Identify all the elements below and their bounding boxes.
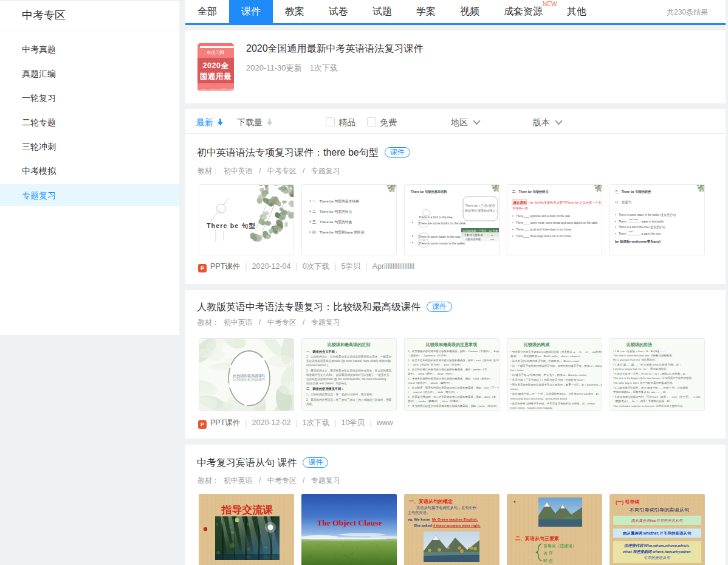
svg-text:比较级和最高级的区别: 比较级和最高级的区别 (328, 342, 371, 347)
svg-text:eg. We know: eg. We know (408, 518, 430, 521)
svg-text:（某地/某时:有某物或某人）: （某地/某时:有某物或某人） (462, 209, 498, 213)
svg-text:isn't: isn't (629, 230, 634, 233)
svg-text:容词或副词前加(most (如 the most beaut: 容词或副词前加(most (如 the most beautiful, the … (306, 377, 386, 381)
svg-text:round（圆形的）、plastic（塑料的）。: round（圆形的）、plastic（塑料的）。 (408, 381, 454, 384)
svg-text:时 态: 时 态 (543, 558, 553, 563)
svg-text:比较级的用法: 比较级的用法 (627, 342, 652, 347)
svg-text:1、比较级的使用情况：将二者进行比较时，用比较级。: 1、比较级的使用情况：将二者进行比较时，用比较级。 (306, 392, 375, 397)
svg-text:•1、否定句: •1、否定句 (615, 200, 631, 204)
svg-text:more slowly、happily-more happi: more slowly、happily-more happily。 (510, 406, 554, 409)
svg-text:美的）、blind（瞎的）、dead（死的）。: 美的）、blind（瞎的）、dead（死的）。 (408, 372, 457, 375)
svg-text:be动词是某一个形式: be动词是某一个形式 (463, 229, 487, 232)
svg-text:宾语从句属于名词性从句，在句中作: 宾语从句属于名词性从句，在句中作 (416, 505, 476, 510)
svg-text:There____ three dogs and a cat: There____ three dogs and a cat in our ho… (516, 235, 572, 238)
svg-text:二、宾语从句三要素: 二、宾语从句三要素 (515, 535, 559, 541)
svg-text:四、There be 句型和have 的区别: 四、There be 句型和have 的区别 (312, 230, 365, 235)
svg-text:(一) 引导词: (一) 引导词 (616, 499, 640, 505)
svg-text:引导的宾语从句: 引导的宾语从句 (644, 555, 670, 560)
svg-text:由从属连词 whether, if 引导的宾语从句: 由从属连词 whether, if 引导的宾语从句 (623, 531, 691, 536)
svg-text:语 序: 语 序 (543, 551, 553, 556)
svg-text:There____ a picture and a cloc: There____ a picture and a clock on the w… (516, 215, 571, 218)
svg-text:Mr Green teaches English.: Mr Green teaches English. (432, 518, 478, 521)
svg-text:• 部分形容词和副词的比较级变化是不规则的，需逐一记忆。如：: • 部分形容词和副词的比较级变化是不规则的，需逐一记忆。如：good/well—… (510, 383, 602, 386)
svg-text:二、There be 句型的特点: 二、There be 句型的特点 (312, 209, 352, 214)
svg-text:形容词或副词原级后加more (如 more natural: 形容词或副词原级后加more (如 more natural, more cle… (306, 359, 391, 363)
svg-text:There____ a cat and three dogs: There____ a cat and three dogs in our ho… (516, 228, 572, 231)
svg-text:级有两种变化方式the、 副词最高级前加the(可以省略)，: 级有两种变化方式the、 副词最高级前加the(可以省略)，一般是在形 (306, 373, 390, 377)
svg-text:比较级和最高级的注意事项: 比较级和最高级的注意事项 (426, 342, 477, 347)
svg-text:二、两者的使用情况不同：: 二、两者的使用情况不同： (306, 387, 344, 391)
svg-text:要加定冠词the，后面常接of the two……，如：: 要加定冠词the，后面常接of the two……，如： (613, 390, 668, 393)
svg-text:指导交流课: 指导交流课 (221, 504, 273, 516)
svg-text:She asked: She asked (414, 524, 432, 527)
svg-text:二、There be 句型的特点: 二、There be 句型的特点 (512, 190, 549, 194)
svg-text:There is some money in the wal: There is some money in the wallet. (419, 241, 465, 245)
svg-text:er)never,sooner )。: er)never,sooner )。 (306, 364, 331, 367)
svg-text:一、宾语从句的概念: 一、宾语从句的概念 (409, 498, 453, 504)
svg-text:单数/不可数名词: 单数/不可数名词 (464, 234, 482, 237)
svg-text:三、There be 句型的转换: 三、There be 句型的转换 (615, 190, 651, 194)
svg-text:There be +主语+状语: There be +主语+状语 (465, 204, 495, 208)
svg-text:There is some water in the cup: There is some water in the cup. (419, 235, 461, 238)
svg-text:There _________ a cat in the t: There _________ a cat in the tree. (619, 232, 662, 235)
svg-text:isn't any: isn't any (629, 218, 638, 221)
svg-text:2、最高级的含义：最高级是由形容词或副词转化而来，形容词的最: 2、最高级的含义：最高级是由形容词或副词转化而来，形容词的最高 (306, 369, 392, 373)
svg-text:由从属连词that引导的宾语从句: 由从属连词that引导的宾语从句 (631, 518, 683, 522)
svg-text:可数名词复数: 可数名词复数 (465, 238, 481, 241)
svg-text:）、west（西边的, 西方的）、past（过去的）。: ）、west（西边的, 西方的）、past（过去的）。 (408, 363, 465, 366)
svg-text:不同引导词引导的宾语从句: 不同引导词引导的宾语从句 (629, 507, 689, 513)
svg-text:There _________ water in the b: There _________ water in the bottle. (619, 220, 664, 223)
svg-text:hot—hotter: hot—hotter (510, 369, 524, 372)
svg-text:if these answers were right.: if these answers were right. (433, 524, 481, 527)
svg-text:三、There be 句型的转换: 三、There be 句型的转换 (312, 220, 352, 224)
svg-text:be 变是: be 变是 (489, 229, 498, 232)
svg-text:• 多音节词（三音节词以上）和部分双音节词，在词前加“mor: • 多音节词（三音节词以上）和部分双音节词，在词前加“more”。 (510, 378, 586, 381)
svg-text:There be 句型: There be 句型 (207, 222, 256, 229)
svg-text:There____ some meat, some brea: There____ some meat, some bread and some… (516, 221, 599, 224)
svg-text:由连接代词 Who,whom,whose,which,: 由连接代词 Who,whom,whose,which, (624, 543, 690, 548)
svg-text:引导词（连接词）: 引导词（连接词） (543, 544, 576, 549)
svg-text:The Object Clause: The Object Clause (317, 518, 382, 527)
svg-text:主句的宾语。: 主句的宾语。 (407, 510, 430, 515)
svg-text:一、There be 句型的基本结构: 一、There be 句型的基本结构 (312, 199, 359, 204)
svg-text:一、两者的含义不同：: 一、两者的含义不同： (306, 350, 338, 354)
svg-text:• 以不发音的e结尾的单音节词，在词尾加-r。如nice—n: • 以不发音的e结尾的单音节词，在词尾加-r。如nice—nicer (510, 359, 580, 362)
svg-text:is: is (491, 234, 493, 237)
svg-text:• 读音和拼写上特殊变化的词。变化后读音与词尾加-er相同。: • 读音和拼写上特殊变化的词。变化后读音与词尾加-er相同。如：slowly- (510, 401, 596, 406)
svg-text:be 动词后+not(some变为any): be 动词后+not(some变为any) (615, 240, 661, 244)
svg-text:interesting-more interesting、b: interesting-more interesting、bored-more … (510, 397, 569, 400)
svg-text:2、最高级的使用情况：将三者或三者以上的人或物进行比较时，用: 2、最高级的使用情况：将三者或三者以上的人或物进行比较时，用最 (306, 398, 392, 402)
svg-text:：be 动词的单复数形式要与There be 之后的第一个名: ：be 动词的单复数形式要与There be 之后的第一个名 (527, 201, 602, 205)
svg-text:There be 句型的基本结构: There be 句型的基本结构 (411, 190, 447, 194)
svg-text:worse。: worse。 (510, 387, 520, 390)
svg-text:There is a bird in the tree.: There is a bird in the tree. (419, 215, 453, 219)
svg-text:• 1.A + be +比较级 + than + B：A比B: • 1.A + be +比较级 + than + B：A比B更…… (613, 350, 665, 353)
svg-text:He is younger than me. 他比我年轻。: He is younger than me. 他比我年轻。 (613, 358, 658, 361)
svg-text:就近原则: 就近原则 (513, 201, 527, 205)
svg-text:高级。: 高级。 (306, 403, 315, 406)
svg-text:词保持一致.: 词保持一致. (512, 206, 529, 210)
svg-text:There are some books on the de: There are some books on the desk. (419, 221, 467, 225)
svg-text:are: are (490, 238, 495, 241)
svg-text:I am less young than he（is）. 我: I am less young than he（is）. 我不如他年轻。 (613, 367, 669, 370)
svg-text:what 和连接副词 where,how,why,when: what 和连接副词 where,how,why,when (623, 549, 690, 554)
svg-text:1、比较级的含义：比较级是由形容词或副词原级变化而来，一般是: 1、比较级的含义：比较级是由形容词或副词原级变化而来，一般是在 (306, 355, 392, 359)
svg-text:比较级和最高级课件: 比较级和最高级课件 (233, 377, 266, 381)
svg-text:比较级的构成: 比较级的构成 (524, 342, 550, 347)
